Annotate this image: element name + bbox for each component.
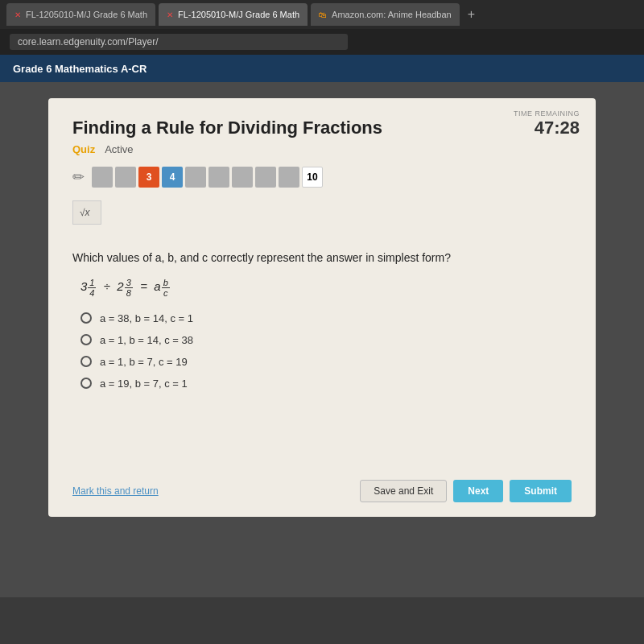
formula-bar-row: √x xyxy=(72,200,572,237)
tab-2[interactable]: ✕ FL-1205010-M/J Grade 6 Math xyxy=(159,3,308,26)
radio-2[interactable] xyxy=(80,334,92,345)
new-tab-button[interactable]: + xyxy=(463,7,480,22)
math-expression: 314 ÷ 238 = abc xyxy=(80,278,572,298)
browser-chrome: ✕ FL-1205010-M/J Grade 6 Math ✕ FL-12050… xyxy=(0,0,644,55)
nav-btn-10[interactable]: 10 xyxy=(302,167,323,188)
time-remaining-label: TIME REMAINING xyxy=(514,109,580,118)
frac-b-c: bc xyxy=(162,278,170,298)
bottom-actions: Mark this and return Save and Exit Next … xyxy=(48,480,596,502)
nav-btn-9[interactable] xyxy=(279,167,299,188)
nav-btn-3[interactable]: 3 xyxy=(138,167,159,188)
pencil-icon: ✏ xyxy=(72,168,85,186)
quiz-card: TIME REMAINING 47:28 Finding a Rule for … xyxy=(48,98,596,517)
answer-options: a = 38, b = 14, c = 1 a = 1, b = 14, c =… xyxy=(80,312,572,390)
address-bar: core.learn.edgenuity.com/Player/ xyxy=(0,29,644,55)
frac-3-8: 38 xyxy=(125,278,133,298)
address-input[interactable]: core.learn.edgenuity.com/Player/ xyxy=(10,34,348,50)
formula-bar[interactable]: √x xyxy=(72,200,101,225)
nav-btn-7[interactable] xyxy=(232,167,253,188)
quiz-meta: Quiz Active xyxy=(72,143,572,155)
tab-1-label: FL-1205010-M/J Grade 6 Math xyxy=(26,10,147,19)
answer-option-2[interactable]: a = 1, b = 14, c = 38 xyxy=(80,334,572,346)
answer-option-4[interactable]: a = 19, b = 7, c = 1 xyxy=(80,378,572,390)
answer-text-3: a = 1, b = 7, c = 19 xyxy=(100,356,188,368)
nav-btn-2[interactable] xyxy=(115,167,136,188)
time-remaining-block: TIME REMAINING 47:28 xyxy=(514,109,580,138)
quiz-title: Finding a Rule for Dividing Fractions xyxy=(72,118,572,138)
quiz-label: Quiz xyxy=(72,143,95,155)
time-remaining-value: 47:28 xyxy=(514,118,580,138)
radio-1[interactable] xyxy=(80,312,92,324)
next-button[interactable]: Next xyxy=(453,480,503,502)
edgenuity-header: Grade 6 Mathematics A-CR xyxy=(0,55,644,82)
tab-bar: ✕ FL-1205010-M/J Grade 6 Math ✕ FL-12050… xyxy=(0,0,644,29)
math-expr-text: 314 ÷ 238 = abc xyxy=(80,279,171,293)
answer-text-2: a = 1, b = 14, c = 38 xyxy=(100,334,193,346)
nav-btn-1[interactable] xyxy=(92,167,113,188)
save-exit-button[interactable]: Save and Exit xyxy=(360,480,447,502)
frac-1-4: 14 xyxy=(88,278,96,298)
answer-option-3[interactable]: a = 1, b = 7, c = 19 xyxy=(80,356,572,368)
formula-icon: √x xyxy=(80,207,90,218)
quiz-status: Active xyxy=(105,143,133,155)
tab-shop-icon: 🛍 xyxy=(319,10,327,19)
answer-text-4: a = 19, b = 7, c = 1 xyxy=(100,378,188,390)
tab-2-label: FL-1205010-M/J Grade 6 Math xyxy=(178,10,299,19)
tab-close-icon-2: ✕ xyxy=(167,10,173,19)
mark-return-link[interactable]: Mark this and return xyxy=(72,485,159,497)
question-text: Which values of a, b, and c correctly re… xyxy=(72,250,572,266)
answer-option-1[interactable]: a = 38, b = 14, c = 1 xyxy=(80,312,572,324)
tab-3[interactable]: 🛍 Amazon.com: Anime Headban xyxy=(311,3,460,26)
course-title: Grade 6 Mathematics A-CR xyxy=(13,63,147,75)
radio-4[interactable] xyxy=(80,378,92,389)
submit-button[interactable]: Submit xyxy=(510,480,572,502)
answer-text-1: a = 38, b = 14, c = 1 xyxy=(100,312,193,324)
nav-btn-6[interactable] xyxy=(208,167,229,188)
main-area: TIME REMAINING 47:28 Finding a Rule for … xyxy=(0,82,644,597)
tab-3-label: Amazon.com: Anime Headban xyxy=(332,10,452,19)
question-nav-bar: ✏ 3 4 10 xyxy=(72,167,572,188)
action-buttons: Save and Exit Next Submit xyxy=(360,480,572,502)
tab-close-icon-1: ✕ xyxy=(14,10,21,19)
nav-btn-5[interactable] xyxy=(185,167,206,188)
nav-btn-4[interactable]: 4 xyxy=(162,167,183,188)
tab-1[interactable]: ✕ FL-1205010-M/J Grade 6 Math xyxy=(6,3,155,26)
radio-3[interactable] xyxy=(80,356,92,367)
nav-btn-8[interactable] xyxy=(255,167,276,188)
